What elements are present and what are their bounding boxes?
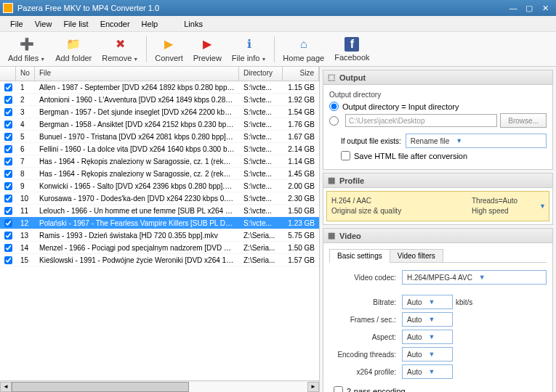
menubar: File View File list Encoder Help Links bbox=[0, 16, 556, 32]
row-no: 3 bbox=[16, 107, 35, 117]
table-row[interactable]: 9Konwicki - 1965 - Salto [DVD x264 2396 … bbox=[0, 180, 319, 192]
menu-links[interactable]: Links bbox=[178, 17, 209, 30]
table-row[interactable]: 11Lelouch - 1966 - Un homme et une femme… bbox=[0, 205, 319, 217]
scroll-thumb[interactable] bbox=[12, 382, 189, 392]
toolbar: ➕Add files▼📁Add folder✖Remove▼▶Convert▶P… bbox=[0, 32, 556, 67]
encoding-threads-select[interactable]: Auto▼ bbox=[402, 347, 453, 362]
remove-icon: ✖ bbox=[112, 36, 128, 52]
minimize-button[interactable]: — bbox=[505, 2, 521, 14]
video-codec-select[interactable]: H.264/MPEG-4 AVC▼ bbox=[402, 270, 547, 285]
aspect-select[interactable]: Auto▼ bbox=[402, 330, 453, 344]
scroll-left-button[interactable]: ◄ bbox=[0, 382, 12, 392]
window-title: Pazera Free MKV to MP4 Converter 1.0 bbox=[17, 4, 505, 12]
profile-selector[interactable]: H.264 / AAC Original size & quality Thre… bbox=[326, 191, 549, 221]
maximize-button[interactable]: ▢ bbox=[521, 2, 537, 14]
row-checkbox[interactable] bbox=[4, 145, 12, 153]
toolbar-home-page[interactable]: ⌂Home page bbox=[278, 34, 329, 65]
row-checkbox[interactable] bbox=[4, 182, 12, 190]
aspect-label: Aspect: bbox=[329, 333, 402, 341]
fps-select[interactable]: Auto▼ bbox=[402, 312, 453, 327]
table-row[interactable]: 8Has - 1964 - Rękopis znaleziony w Sarag… bbox=[0, 168, 319, 180]
menu-help[interactable]: Help bbox=[136, 17, 164, 30]
row-directory: S:\vcte... bbox=[239, 157, 283, 166]
table-row[interactable]: 12Polański - 1967 - The Fearless Vampire… bbox=[0, 217, 319, 229]
row-checkbox[interactable] bbox=[4, 158, 12, 166]
tab-basic-settings[interactable]: Basic settings bbox=[329, 249, 390, 263]
col-no[interactable]: No bbox=[16, 67, 35, 81]
if-exists-label: If output file exists: bbox=[341, 137, 401, 145]
row-checkbox[interactable] bbox=[4, 219, 12, 227]
file-list[interactable]: 1Allen - 1987 - September [DVD x264 1892… bbox=[0, 81, 319, 380]
table-row[interactable]: 6Fellini - 1960 - La dolce vita [DVD x26… bbox=[0, 143, 319, 155]
row-directory: S:\vcte... bbox=[239, 206, 283, 216]
menu-filelist[interactable]: File list bbox=[57, 17, 94, 30]
video-panel-header[interactable]: ▦ Video bbox=[323, 228, 553, 243]
home-page-icon: ⌂ bbox=[296, 36, 312, 52]
row-checkbox[interactable] bbox=[4, 83, 12, 91]
table-row[interactable]: 3Bergman - 1957 - Det sjunde inseglet [D… bbox=[0, 106, 319, 118]
output-same-dir-radio[interactable] bbox=[329, 102, 339, 111]
col-checkbox[interactable] bbox=[0, 67, 16, 81]
tab-video-filters[interactable]: Video filters bbox=[390, 249, 443, 262]
convert-icon: ▶ bbox=[161, 36, 177, 52]
twopass-checkbox[interactable] bbox=[334, 386, 343, 392]
x264-profile-select[interactable]: Auto▼ bbox=[402, 364, 453, 379]
output-custom-dir-radio[interactable] bbox=[329, 116, 339, 126]
row-checkbox[interactable] bbox=[4, 244, 12, 252]
menu-view[interactable]: View bbox=[29, 17, 58, 30]
horizontal-scrollbar[interactable]: ◄ ► bbox=[0, 380, 319, 392]
table-row[interactable]: 1Allen - 1987 - September [DVD x264 1892… bbox=[0, 81, 319, 94]
col-file[interactable]: File bbox=[35, 67, 239, 81]
row-checkbox[interactable] bbox=[4, 170, 12, 178]
row-directory: S:\vcte... bbox=[239, 194, 283, 203]
col-directory[interactable]: Directory bbox=[239, 67, 283, 81]
row-checkbox[interactable] bbox=[4, 121, 12, 128]
scroll-right-button[interactable]: ► bbox=[307, 382, 319, 392]
row-checkbox[interactable] bbox=[4, 207, 12, 215]
table-row[interactable]: 13Ramis - 1993 - Dzień świstaka [HD 720 … bbox=[0, 229, 319, 242]
toolbar-facebook[interactable]: fFacebook bbox=[329, 35, 374, 64]
profile-panel-header[interactable]: ▦ Profile bbox=[323, 173, 553, 188]
row-checkbox[interactable] bbox=[4, 232, 12, 240]
table-row[interactable]: 15Kieślowski - 1991 - Podwójne życie Wer… bbox=[0, 254, 319, 266]
row-checkbox[interactable] bbox=[4, 133, 12, 141]
col-size[interactable]: Size bbox=[283, 67, 319, 81]
output-panel-header[interactable]: ⬚ Output bbox=[323, 70, 553, 85]
menu-file[interactable]: File bbox=[4, 17, 29, 30]
profile-title: Profile bbox=[339, 176, 364, 185]
table-row[interactable]: 7Has - 1964 - Rękopis znaleziony w Sarag… bbox=[0, 155, 319, 168]
row-filename: Bergman - 1958 - Ansiktet [DVD x264 2152… bbox=[35, 120, 239, 129]
save-html-label: Save HTML file after conversion bbox=[354, 152, 467, 160]
chevron-down-icon[interactable]: ▼ bbox=[539, 203, 546, 210]
toolbar-remove[interactable]: ✖Remove▼ bbox=[97, 34, 143, 65]
row-no: 12 bbox=[16, 219, 35, 228]
menu-encoder[interactable]: Encoder bbox=[94, 17, 136, 30]
if-exists-select[interactable]: Rename file▼ bbox=[406, 134, 547, 148]
bitrate-select[interactable]: Auto▼ bbox=[402, 295, 453, 309]
toolbar-convert[interactable]: ▶Convert bbox=[150, 34, 188, 65]
table-row[interactable]: 5Bunuel - 1970 - Tristana [DVD x264 2081… bbox=[0, 131, 319, 143]
row-size: 1.54 GB bbox=[283, 107, 319, 117]
row-size: 1.45 GB bbox=[283, 169, 319, 179]
toolbar-file-info[interactable]: ℹFile info▼ bbox=[227, 34, 271, 65]
table-row[interactable]: 2Antonioni - 1960 - L'Avventura [DVD x26… bbox=[0, 94, 319, 106]
row-checkbox[interactable] bbox=[4, 96, 12, 104]
browse-button[interactable]: Browse... bbox=[500, 113, 547, 128]
row-checkbox[interactable] bbox=[4, 195, 12, 203]
save-html-checkbox[interactable] bbox=[341, 151, 350, 160]
close-button[interactable]: ✕ bbox=[537, 2, 553, 14]
row-checkbox[interactable] bbox=[4, 108, 12, 116]
output-path-input[interactable] bbox=[345, 114, 497, 127]
row-checkbox[interactable] bbox=[4, 256, 12, 264]
row-directory: S:\vcte... bbox=[239, 107, 283, 117]
row-no: 10 bbox=[16, 194, 35, 203]
row-size: 1.50 GB bbox=[283, 243, 319, 253]
toolbar-add-folder[interactable]: 📁Add folder bbox=[50, 34, 97, 65]
row-no: 2 bbox=[16, 95, 35, 105]
table-row[interactable]: 10Kurosawa - 1970 - Dodes'ka-den [DVD x2… bbox=[0, 192, 319, 205]
table-row[interactable]: 14Menzel - 1966 - Pociągi pod specjalnym… bbox=[0, 242, 319, 254]
output-same-dir-label: Output directory = Input directory bbox=[342, 102, 459, 111]
toolbar-add-files[interactable]: ➕Add files▼ bbox=[3, 34, 50, 65]
table-row[interactable]: 4Bergman - 1958 - Ansiktet [DVD x264 215… bbox=[0, 118, 319, 131]
toolbar-preview[interactable]: ▶Preview bbox=[188, 34, 227, 65]
